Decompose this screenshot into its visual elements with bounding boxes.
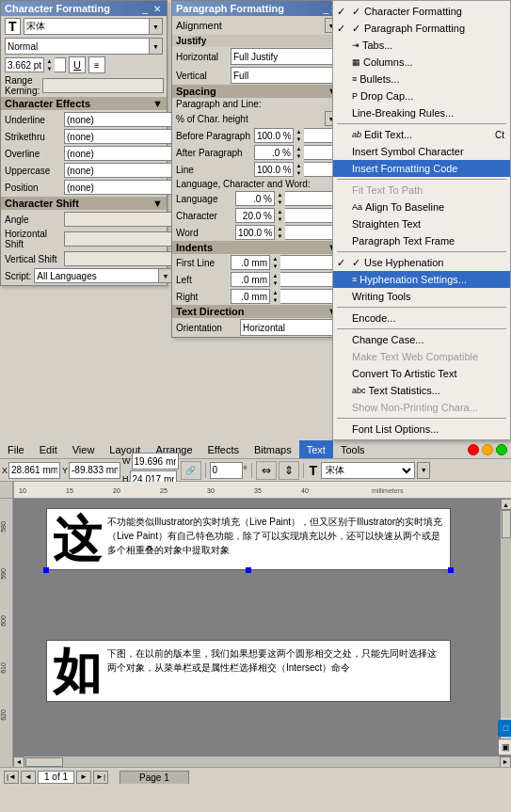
menu-edit[interactable]: Edit [32,440,65,458]
selection-handle-br[interactable] [448,567,454,573]
char-shift-section[interactable]: Character Shift ▼ [1,197,167,210]
page-next-btn[interactable]: ► [76,771,91,784]
after-para-up[interactable]: ▲ [293,145,304,152]
menu-item-convert-artistic[interactable]: Convert To Artistic Text [333,365,510,382]
scroll-right-btn[interactable]: ► [500,756,511,768]
character-down[interactable]: ▼ [274,215,285,223]
char-panel-minimize[interactable]: _ [140,4,150,14]
angle-toolbar-input[interactable] [210,462,243,479]
scroll-left-btn[interactable]: ◄ [13,756,24,768]
text-frame-2[interactable]: 如 下图，在以前的版本里，我们如果想要这两个圆形相交之处，只能先同时选择这两个对… [46,640,451,702]
menu-effects[interactable]: Effects [200,440,247,458]
strikethru-input[interactable] [65,132,188,142]
left-input[interactable] [232,275,269,285]
font-size-input[interactable] [6,60,43,71]
page-prev-btn[interactable]: ◄ [21,771,36,784]
effects-combo-btn[interactable]: ▼ [152,98,163,109]
menu-item-change-case[interactable]: Change Case... [333,331,510,348]
indents-section[interactable]: Indents ▼ [172,241,342,254]
font-style-combo[interactable]: Normal ▼ [5,38,163,55]
view-btn-1[interactable]: □ [498,720,512,737]
first-line-up[interactable]: ▲ [269,255,280,263]
para-panel-minimize[interactable]: _ [323,4,328,14]
font-style-dropdown-btn[interactable]: ▼ [149,39,162,54]
after-para-spinbox[interactable]: ▲ ▼ [254,145,338,160]
y-coord-input[interactable] [69,462,120,479]
left-down[interactable]: ▼ [269,279,280,287]
underline-input[interactable] [65,115,188,125]
menu-bitmaps[interactable]: Bitmaps [247,440,299,458]
first-line-down[interactable]: ▼ [269,263,280,270]
left-up[interactable]: ▲ [269,272,280,279]
line-up[interactable]: ▲ [293,162,304,169]
menu-item-insert-formatting[interactable]: Insert Formatting Code [333,160,510,177]
page-tab[interactable]: Page 1 [120,771,189,784]
lock-aspect-btn[interactable]: 🔗 [181,461,201,480]
menu-text[interactable]: Text [299,440,333,458]
text-dir-section[interactable]: Text Direction ▼ [172,305,342,318]
after-para-input[interactable] [255,148,293,158]
menu-item-encode[interactable]: Encode... [333,310,510,326]
kerning-input[interactable] [42,78,164,93]
before-para-up[interactable]: ▲ [293,128,304,135]
right-up[interactable]: ▲ [269,289,280,296]
scroll-thumb-h[interactable] [25,757,63,767]
menu-file[interactable]: File [0,440,32,458]
underline-button[interactable]: U [69,56,86,73]
right-down[interactable]: ▼ [269,296,280,304]
first-line-spinbox[interactable]: ▲ ▼ [231,255,338,270]
menu-item-tabs[interactable]: ⇥ Tabs... [333,37,510,54]
minimize-dot[interactable] [482,444,493,455]
menu-item-fit-text[interactable]: Fit Text To Path [333,182,510,199]
mirror-v-btn[interactable]: ⇕ [279,461,299,480]
before-para-spinbox[interactable]: ▲ ▼ [254,128,338,143]
font-toolbar-dropdown[interactable]: ▼ [417,462,430,479]
page-first-btn[interactable]: |◄ [4,771,19,784]
word-up[interactable]: ▲ [274,225,285,232]
script-dropdown-btn[interactable]: ▼ [158,269,171,282]
line-down[interactable]: ▼ [293,169,304,177]
char-effects-section[interactable]: Character Effects ▼ [1,97,167,110]
menu-item-para-text-frame[interactable]: Paragraph Text Frame [333,232,510,249]
text-frame-1[interactable]: 这 不功能类似Illustrator的实时填充（Live Paint），但又区别… [46,508,451,570]
close-dot[interactable] [468,444,479,455]
menu-item-font-list-options[interactable]: Font List Options... [333,421,510,438]
font-size-up[interactable]: ▲ [43,57,55,65]
right-spinbox[interactable]: ▲ ▼ [231,289,338,304]
menu-item-insert-symbol[interactable]: Insert Symbol Character [333,143,510,160]
menu-item-hyphenation-settings[interactable]: ≡ Hyphenation Settings... [333,271,510,288]
position-input[interactable] [65,183,188,193]
font-toolbar-select[interactable]: 宋体 [321,462,415,479]
script-combo[interactable]: ▼ [34,268,172,283]
character-input[interactable] [236,211,274,221]
word-spinbox[interactable]: ▲ ▼ [235,225,338,240]
menu-item-drop-cap[interactable]: P Drop Cap... [333,88,510,104]
menu-item-align-baseline[interactable]: Aa Align To Baseline [333,199,510,215]
menu-view[interactable]: View [65,440,103,458]
menu-item-straighten[interactable]: Straighten Text [333,215,510,232]
page-last-btn[interactable]: ►| [93,771,108,784]
selection-handle-bl[interactable] [43,567,49,573]
spacing-section[interactable]: Spacing ▼ [172,85,342,98]
selection-handle-bottom[interactable] [246,567,251,573]
menu-item-columns[interactable]: ▦ Columns... [333,54,510,71]
menu-item-char-formatting[interactable]: ✓ Character Formatting [333,3,510,20]
after-para-down[interactable]: ▼ [293,152,304,160]
view-btn-2[interactable]: ▣ [498,739,512,756]
word-input[interactable] [236,228,274,238]
menu-item-line-breaking[interactable]: Line-Breaking Rules... [333,104,510,121]
font-style-input[interactable]: Normal [6,41,149,52]
word-down[interactable]: ▼ [274,232,285,240]
character-spinbox[interactable]: ▲ ▼ [235,208,338,223]
menu-item-edit-text[interactable]: ab Edit Text... Ct [333,126,510,143]
before-para-input[interactable] [255,131,293,141]
scrollbar-vertical[interactable]: ▲ □ ▣ ▼ [500,499,511,767]
menu-item-use-hyphenation[interactable]: ✓ Use Hyphenation [333,254,510,271]
menu-item-text-stats[interactable]: abc Text Statistics... [333,382,510,399]
menu-item-make-web[interactable]: Make Text Web Compatible [333,348,510,365]
font-size-spinbox[interactable]: ▲ ▼ [5,57,66,72]
shift-combo-btn[interactable]: ▼ [152,198,163,209]
uppercase-input[interactable] [65,166,188,176]
language-input[interactable] [236,194,274,204]
menu-item-bullets[interactable]: ≡ Bullets... [333,71,510,88]
